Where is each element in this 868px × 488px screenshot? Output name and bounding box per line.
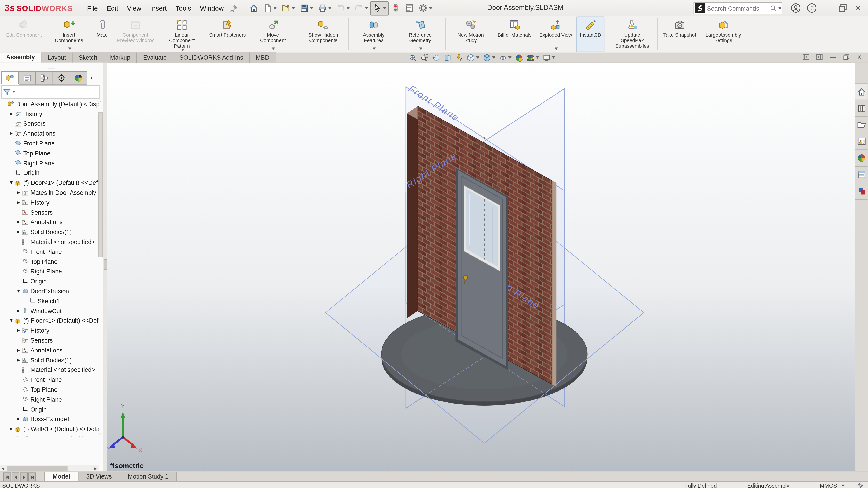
open-document-button-caret[interactable] xyxy=(291,7,295,9)
help-icon[interactable]: ? xyxy=(807,3,817,13)
linear-component-pattern-button[interactable]: Linear Component Pattern xyxy=(159,17,205,52)
expander-collapsed-icon[interactable]: ▶ xyxy=(16,200,22,205)
edit-appearance-button[interactable] xyxy=(513,53,525,62)
redo-button-caret[interactable] xyxy=(365,7,368,9)
featuremanager-tab[interactable] xyxy=(1,71,19,85)
expander-collapsed-icon[interactable]: ▶ xyxy=(16,358,22,362)
expander-collapsed-icon[interactable]: ▶ xyxy=(16,328,22,333)
tree-item-annotations[interactable]: ▶AAnnotations xyxy=(0,345,98,355)
mate-button[interactable]: Mate xyxy=(93,17,112,52)
tree-item-history[interactable]: ▶History xyxy=(0,109,98,119)
insert-components-caret[interactable] xyxy=(68,48,71,50)
graphics-viewport[interactable]: Top Plane Front Plane Right Plane xyxy=(107,63,855,471)
tab-solidworks-add-ins[interactable]: SOLIDWORKS Add-Ins xyxy=(174,53,250,63)
reference-geometry-caret[interactable] xyxy=(419,48,423,50)
tree-item-annotations[interactable]: ▶AAnnotations xyxy=(0,217,98,227)
expander-collapsed-icon[interactable]: ▶ xyxy=(16,230,22,234)
apply-scene-button-caret[interactable] xyxy=(536,57,539,59)
window-restore-button[interactable] xyxy=(838,3,848,13)
scroll-right-icon[interactable]: ▶ xyxy=(93,465,98,471)
insert-components-button[interactable]: Insert Components xyxy=(46,17,92,52)
tab-markup[interactable]: Markup xyxy=(104,53,137,63)
tree-item-origin[interactable]: Origin xyxy=(0,276,98,286)
print-button[interactable] xyxy=(315,1,334,15)
save-button-caret[interactable] xyxy=(310,7,313,9)
panel-drag-handle[interactable] xyxy=(48,66,55,68)
expander-collapsed-icon[interactable]: ▶ xyxy=(16,191,22,195)
tree-item-right-plane[interactable]: Right Plane xyxy=(0,394,98,404)
h-scrollbar-thumb[interactable] xyxy=(6,466,67,471)
tree-item-annotations[interactable]: ▶AAnnotations xyxy=(0,129,98,138)
menu-window[interactable]: Window xyxy=(195,2,228,14)
open-document-button[interactable] xyxy=(279,1,297,15)
menu-file[interactable]: File xyxy=(83,2,102,14)
hide-show-items-button-caret[interactable] xyxy=(508,57,512,59)
tree-item-front-plane[interactable]: Front Plane xyxy=(0,138,98,149)
panel-tabs-more-icon[interactable]: › xyxy=(88,71,95,84)
scroll-up-icon[interactable] xyxy=(97,99,102,104)
new-document-button[interactable] xyxy=(260,1,279,15)
expander-collapsed-icon[interactable]: ▶ xyxy=(16,220,22,224)
new-motion-study-button[interactable]: New Motion Study xyxy=(448,17,493,52)
tab-evaluate[interactable]: Evaluate xyxy=(137,53,174,63)
doc-restore-button[interactable] xyxy=(842,53,850,61)
search-commands-input[interactable] xyxy=(706,4,770,12)
tree-item-sensors[interactable]: Sensors xyxy=(0,207,98,217)
previous-view-button[interactable] xyxy=(430,53,442,62)
tree-item-front-plane[interactable]: Front Plane xyxy=(0,247,98,257)
tag-icon[interactable] xyxy=(857,482,864,488)
reference-geometry-button[interactable]: Reference Geometry xyxy=(398,17,443,52)
expander-expanded-icon[interactable]: ▼ xyxy=(8,318,14,323)
filter-funnel-icon[interactable] xyxy=(3,88,11,96)
smart-fasteners-button[interactable]: Smart Fasteners xyxy=(206,17,249,52)
tree-item-f-wall-1-default-default[interactable]: ▶(f) Wall<1> (Default) <<Default xyxy=(0,424,98,434)
expander-collapsed-icon[interactable]: ▶ xyxy=(16,417,22,421)
door-handle[interactable] xyxy=(463,275,468,280)
tree-item-history[interactable]: ▶History xyxy=(0,197,98,207)
expander-expanded-icon[interactable]: ▼ xyxy=(8,181,14,185)
tree-item-sketch1[interactable]: Sketch1 xyxy=(0,296,98,306)
collapse-right-pane-button[interactable] xyxy=(815,53,823,61)
assembly-features-button[interactable]: Assembly Features xyxy=(351,17,397,52)
displaymanager-tab[interactable] xyxy=(70,71,88,85)
options-button-caret[interactable] xyxy=(429,7,432,9)
appearances-scenes-button[interactable] xyxy=(855,150,868,166)
move-component-button[interactable]: Move Component xyxy=(250,17,296,52)
new-document-button-caret[interactable] xyxy=(274,7,277,9)
expander-collapsed-icon[interactable]: ▶ xyxy=(16,308,22,313)
doc-minimize-button[interactable]: — xyxy=(830,54,836,60)
tree-item-doorextrusion[interactable]: ▼DoorExtrusion xyxy=(0,286,98,296)
tree-item-solid-bodies-1[interactable]: ▶Solid Bodies(1) xyxy=(0,227,98,237)
tab-mbd[interactable]: MBD xyxy=(250,53,276,63)
tree-item-f-door-1-default-defaul[interactable]: ▼(f) Door<1> (Default) <<Defaul xyxy=(0,178,98,188)
tree-scrollbar[interactable] xyxy=(97,99,102,436)
hide-show-items-button[interactable] xyxy=(497,53,513,62)
expander-collapsed-icon[interactable]: ▶ xyxy=(8,111,14,116)
pin-menu-icon[interactable] xyxy=(229,4,238,12)
apply-scene-button[interactable] xyxy=(525,53,541,62)
tree-item-sensors[interactable]: Sensors xyxy=(0,335,98,345)
taskpane-home-button[interactable] xyxy=(855,83,868,100)
tree-item-material-not-specified[interactable]: Material <not specified> xyxy=(0,365,98,375)
forum-button[interactable] xyxy=(855,183,868,200)
select-button-caret[interactable] xyxy=(383,7,386,9)
design-library-button[interactable] xyxy=(855,100,868,117)
home-button[interactable] xyxy=(247,1,260,15)
assembly-features-caret[interactable] xyxy=(373,48,376,50)
status-units[interactable]: MMGS xyxy=(820,482,837,488)
tree-item-f-frame-1-default-defau[interactable]: ▶(f) Frame<1> (Default) <<Defau xyxy=(0,434,98,436)
expander-collapsed-icon[interactable]: ▶ xyxy=(8,131,14,136)
custom-properties-button[interactable] xyxy=(855,166,868,183)
tree-horizontal-scrollbar[interactable]: ◀ ▶ xyxy=(0,465,98,471)
scroll-left-icon[interactable]: ◀ xyxy=(0,465,5,471)
instant3d-button[interactable]: Instant3D xyxy=(577,17,604,52)
dynamic-annotation-views-button[interactable]: A xyxy=(454,53,465,62)
previous-tab-button[interactable] xyxy=(11,473,19,481)
tree-item-right-plane[interactable]: Right Plane xyxy=(0,266,98,276)
view-orientation-button-caret[interactable] xyxy=(476,57,479,59)
dimxpertmanager-tab[interactable] xyxy=(53,71,70,85)
scroll-down-icon[interactable] xyxy=(97,431,102,436)
search-icon[interactable] xyxy=(770,4,777,12)
tree-item-mates-in-door-assembly[interactable]: ▶Mates in Door Assembly xyxy=(0,188,98,198)
tree-scrollbar-thumb[interactable] xyxy=(98,112,103,257)
